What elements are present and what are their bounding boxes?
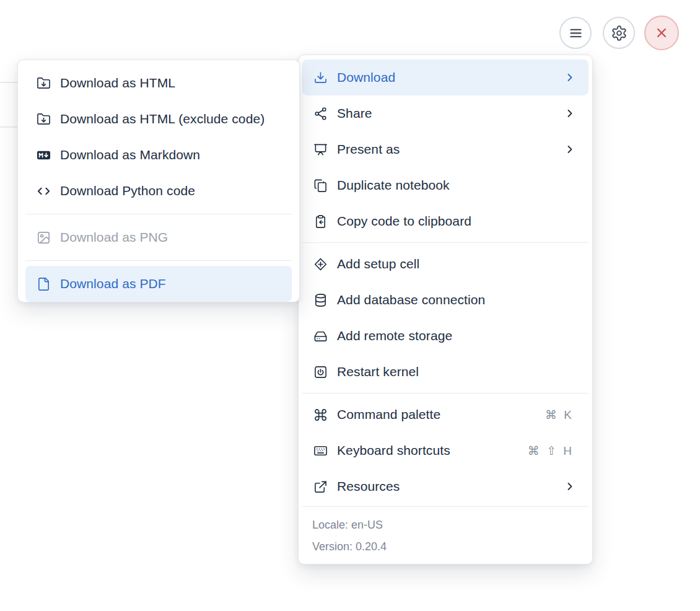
folder-download-icon [37, 112, 51, 126]
menu-item-label: Copy code to clipboard [337, 214, 471, 229]
menu-item-label: Download Python code [60, 183, 195, 198]
file-icon [37, 277, 51, 291]
database-icon [313, 293, 328, 307]
menu-divider [302, 242, 588, 243]
menu-item-label: Download as PNG [60, 230, 168, 245]
menu-item-share[interactable]: Share [302, 95, 588, 131]
menu-item-present-as[interactable]: Present as [302, 131, 588, 167]
menu-item-download[interactable]: Download [302, 59, 588, 95]
menu-item-label: Restart kernel [337, 364, 419, 379]
menu-item-label: Download as HTML [60, 76, 175, 90]
menu-item-restart-kernel[interactable]: Restart kernel [302, 354, 588, 390]
presentation-icon [313, 143, 328, 157]
menu-item-label: Share [337, 106, 372, 121]
settings-button[interactable] [603, 17, 635, 49]
diamond-plus-icon [313, 257, 328, 271]
image-icon [37, 231, 51, 245]
chevron-right-icon [564, 71, 576, 84]
locale-text: Locale: en-US [312, 514, 579, 536]
menu-divider [25, 260, 292, 261]
chevron-right-icon [564, 480, 576, 493]
menu-item-add-database-connection[interactable]: Add database connection [302, 282, 588, 318]
menu-item-download-as-html[interactable]: Download as HTML [25, 65, 292, 101]
menu-item-label: Download as PDF [60, 276, 166, 291]
download-icon [313, 71, 328, 85]
menu-item-download-as-pdf[interactable]: Download as PDF [25, 266, 292, 302]
menu-item-label: Duplicate notebook [337, 178, 450, 193]
menu-item-add-remote-storage[interactable]: Add remote storage [302, 318, 588, 354]
menu-divider [25, 214, 292, 214]
menu-item-label: Download as HTML (exclude code) [60, 112, 265, 126]
menu-item-download-as-html-exclude-code[interactable]: Download as HTML (exclude code) [25, 101, 292, 137]
menu-item-command-palette[interactable]: Command palette ⌘ K [302, 397, 588, 433]
download-submenu: Download as HTML Download as HTML (exclu… [17, 59, 300, 302]
menu-item-copy-code-to-clipboard[interactable]: Copy code to clipboard [302, 203, 588, 239]
copy-pages-icon [313, 178, 328, 193]
hamburger-icon [567, 25, 584, 42]
menu-item-download-as-png: Download as PNG [25, 219, 292, 255]
menu-item-duplicate-notebook[interactable]: Duplicate notebook [302, 167, 588, 203]
menu-item-label: Add database connection [337, 292, 485, 307]
clipboard-arrow-icon [313, 214, 328, 229]
menu-item-label: Download [337, 70, 395, 85]
shortcut-hint: ⌘ ⇧ H [528, 444, 574, 458]
menu-item-label: Add setup cell [337, 257, 419, 271]
external-link-icon [313, 480, 328, 494]
menu-item-label: Resources [337, 479, 400, 494]
menu-item-label: Add remote storage [337, 328, 452, 343]
notebook-actions-menu: Download Share Present as Duplicate note… [298, 55, 593, 565]
hamburger-menu-button[interactable] [559, 17, 592, 49]
menu-footer: Locale: en-US Version: 0.20.4 [302, 506, 588, 564]
power-square-icon [313, 365, 328, 379]
menu-divider [302, 393, 588, 393]
version-text: Version: 0.20.4 [312, 536, 579, 558]
chevron-right-icon [564, 143, 576, 156]
keyboard-icon [313, 444, 328, 458]
menu-item-label: Keyboard shortcuts [337, 443, 450, 458]
code-icon [37, 184, 51, 198]
menu-item-keyboard-shortcuts[interactable]: Keyboard shortcuts ⌘ ⇧ H [302, 433, 588, 468]
background-cell-border [0, 82, 18, 83]
menu-item-label: Command palette [337, 407, 440, 422]
menu-item-label: Present as [337, 142, 400, 157]
menu-item-download-as-markdown[interactable]: Download as Markdown [25, 137, 292, 173]
command-icon [313, 408, 328, 422]
shortcut-hint: ⌘ K [545, 408, 574, 422]
background-cell-border [0, 126, 18, 128]
menu-item-download-python-code[interactable]: Download Python code [25, 173, 292, 209]
menu-item-resources[interactable]: Resources [302, 468, 588, 504]
close-icon [654, 25, 670, 41]
menu-item-label: Download as Markdown [60, 147, 200, 162]
folder-download-icon [37, 76, 51, 90]
menu-item-add-setup-cell[interactable]: Add setup cell [302, 246, 588, 282]
gear-icon [611, 25, 628, 42]
hard-drive-icon [313, 329, 328, 343]
share-icon [313, 107, 328, 121]
markdown-icon [37, 148, 51, 162]
close-button[interactable] [644, 15, 679, 50]
chevron-right-icon [564, 107, 576, 120]
